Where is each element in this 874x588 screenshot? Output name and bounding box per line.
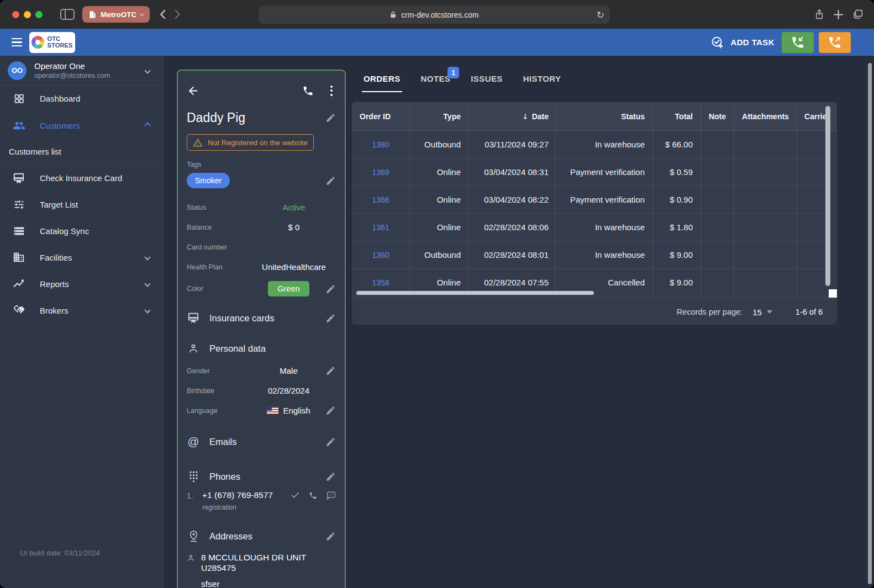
tab-issues[interactable]: ISSUES — [469, 74, 504, 92]
call-customer-icon[interactable] — [302, 85, 314, 97]
edit-gender-icon[interactable] — [325, 365, 336, 376]
sidebar-item-dashboard[interactable]: Dashboard — [0, 86, 164, 112]
sidebar-item-facilities[interactable]: Facilities — [0, 244, 164, 271]
incoming-call-button[interactable] — [782, 32, 814, 53]
back-button[interactable] — [160, 9, 166, 19]
color-chip[interactable]: Green — [268, 281, 309, 296]
column-header-order-id[interactable]: Order ID — [352, 102, 410, 130]
column-header-total[interactable]: Total — [653, 102, 701, 130]
sidebar-item-customers-list[interactable]: Customers list — [0, 139, 164, 165]
addresses-title: Addresses — [209, 531, 252, 542]
tab-group-button[interactable]: MetroOTC — [82, 6, 150, 23]
browser-sidebar-icon[interactable] — [60, 9, 75, 20]
lock-icon — [389, 10, 397, 19]
email-at-icon: @ — [187, 435, 200, 448]
order-id-link[interactable]: 1361 — [372, 223, 389, 232]
fullscreen-window-button[interactable] — [35, 11, 43, 18]
table-cell: 02/28/2024 08:01 — [468, 241, 556, 268]
customer-name: Daddy Pig — [187, 110, 245, 125]
column-header-status[interactable]: Status — [556, 102, 653, 130]
table-cell — [734, 131, 797, 158]
task-check-icon — [711, 36, 724, 49]
sms-icon[interactable] — [327, 491, 336, 500]
sidebar-item-label: Catalog Sync — [40, 226, 89, 236]
outgoing-call-button[interactable] — [819, 32, 851, 53]
more-menu-icon[interactable] — [330, 86, 333, 96]
edit-language-icon[interactable] — [325, 405, 336, 416]
scrollbar-corner — [829, 289, 837, 298]
address-bar[interactable]: crm-dev.otcstores.com ↻ — [259, 6, 610, 24]
table-cell — [701, 269, 734, 296]
edit-addresses-icon[interactable] — [325, 531, 336, 542]
tab-notes[interactable]: NOTES1 — [419, 74, 452, 92]
chevron-down-icon — [144, 67, 150, 73]
table-cell: $ 0.90 — [653, 186, 701, 213]
ui-build-date: UI build date: 03/11/2024 — [0, 549, 120, 557]
sidebar-item-label: Dashboard — [40, 94, 80, 103]
order-id-link[interactable]: 1369 — [372, 168, 389, 177]
language-label: Language — [187, 407, 252, 415]
tab-overview-icon[interactable] — [852, 9, 863, 19]
sidebar-item-target-list[interactable]: Target List — [0, 191, 164, 218]
language-value: English — [252, 406, 325, 415]
tune-icon — [12, 199, 25, 210]
column-header-note[interactable]: Note — [701, 102, 734, 130]
order-id-link[interactable]: 1366 — [372, 195, 389, 204]
vertical-scrollbar[interactable] — [825, 106, 830, 286]
forward-button[interactable] — [175, 9, 181, 19]
edit-color-icon[interactable] — [325, 284, 336, 294]
page-scrollbar[interactable] — [868, 63, 872, 584]
call-phone-icon[interactable] — [309, 491, 317, 500]
table-cell — [734, 214, 797, 241]
reload-icon[interactable]: ↻ — [597, 9, 604, 20]
table-cell: 02/28/2024 08:06 — [468, 214, 556, 241]
customer-card: Daddy Pig Not Registered on the website … — [177, 70, 346, 588]
health-plan-value: UnitedHealthcare — [252, 262, 336, 272]
edit-insurance-cards-icon[interactable] — [325, 313, 336, 324]
tag-chip[interactable]: Smoker — [187, 173, 230, 188]
table-row: 1380Outbound03/11/2024 09:27In warehouse… — [352, 131, 837, 158]
sidebar-item-label: Brokers — [40, 306, 69, 315]
column-header-type[interactable]: Type — [410, 102, 468, 130]
table-cell: Online — [410, 214, 468, 241]
horizontal-scrollbar[interactable] — [356, 291, 594, 295]
add-task-button[interactable]: ADD TASK — [711, 36, 775, 49]
close-window-button[interactable] — [12, 11, 19, 18]
sidebar-item-check-insurance-card[interactable]: Check Insurance Card — [0, 165, 164, 191]
order-id-link[interactable]: 1360 — [372, 251, 389, 259]
tab-orders[interactable]: ORDERS — [362, 74, 402, 92]
edit-emails-icon[interactable] — [325, 437, 336, 447]
edit-phones-icon[interactable] — [325, 472, 336, 482]
column-header-carrier[interactable]: Carrier — [797, 102, 837, 130]
edit-tags-icon[interactable] — [325, 176, 336, 186]
table-cell: Outbound — [410, 241, 468, 268]
app-logo[interactable]: OTC STORES — [29, 32, 75, 53]
address-line2: sfser — [201, 579, 317, 588]
back-arrow-icon[interactable] — [187, 84, 199, 97]
sidebar-item-brokers[interactable]: Brokers — [0, 297, 164, 324]
pinwheel-icon — [31, 36, 44, 49]
table-cell: $ 9.00 — [653, 269, 701, 296]
new-tab-icon[interactable] — [834, 10, 843, 19]
order-id-link[interactable]: 1358 — [372, 278, 389, 287]
records-per-page-value[interactable]: 15 — [752, 308, 762, 317]
tab-history[interactable]: HISTORY — [522, 74, 563, 92]
column-header-attachments[interactable]: Attachments — [734, 102, 797, 130]
table-cell: $ 1.80 — [653, 214, 701, 241]
sidebar-item-customers[interactable]: Customers — [0, 112, 164, 139]
sidebar-item-catalog-sync[interactable]: Catalog Sync — [0, 218, 164, 244]
table-row: 1360Outbound02/28/2024 08:01In warehouse… — [352, 241, 837, 269]
records-per-page-dropdown-icon[interactable] — [767, 310, 772, 314]
menu-icon[interactable] — [12, 38, 22, 46]
share-icon[interactable] — [814, 9, 824, 20]
operator-menu[interactable]: OO Operator One operator@otcstores.com — [0, 56, 164, 86]
table-cell: Online — [410, 186, 468, 213]
minimize-window-button[interactable] — [24, 11, 31, 18]
edit-name-icon[interactable] — [325, 113, 336, 123]
table-cell: In warehouse — [556, 241, 653, 268]
sidebar-item-reports[interactable]: Reports — [0, 271, 164, 297]
column-header-date[interactable]: ↓Date — [468, 102, 556, 130]
order-id-link[interactable]: 1380 — [372, 140, 389, 149]
orders-table: Order ID Type ↓Date Status Total Note At… — [352, 102, 837, 325]
table-cell: Payment verification — [556, 186, 653, 213]
